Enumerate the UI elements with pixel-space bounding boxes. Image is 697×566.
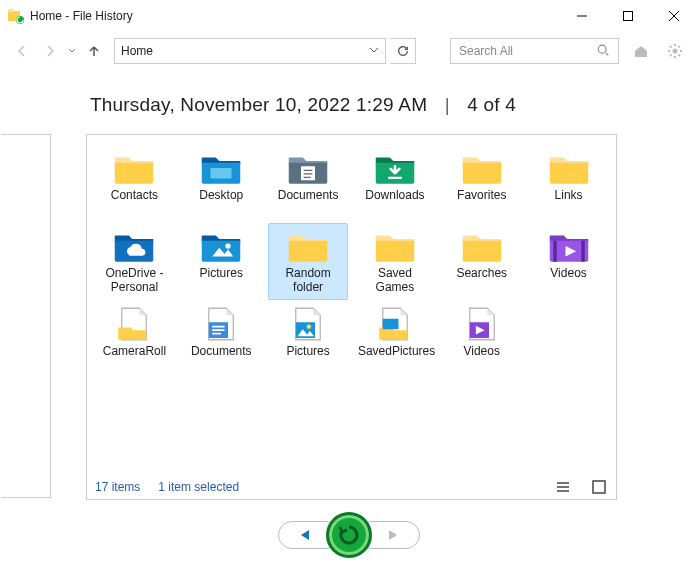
file-label: Saved Games (358, 267, 432, 295)
file-label: Documents (271, 189, 345, 203)
file-item[interactable]: Searches (442, 223, 522, 286)
file-label: Documents (184, 345, 258, 359)
file-item[interactable]: Random folder (268, 223, 348, 300)
status-bar: 17 items 1 item selected (87, 473, 616, 499)
file-item[interactable]: Documents (181, 301, 261, 364)
separator: | (445, 94, 450, 115)
file-label: Contacts (97, 189, 171, 203)
close-button[interactable] (651, 0, 697, 32)
app-icon (8, 8, 24, 24)
folder-yellow-icon (374, 228, 416, 264)
address-bar[interactable]: Home (114, 38, 386, 64)
folder-onedrive-icon (113, 228, 155, 264)
home-button[interactable] (629, 39, 653, 63)
file-item[interactable]: Pictures (268, 301, 348, 364)
lib-saved-icon (374, 306, 416, 342)
file-grid[interactable]: ContactsDesktopDocumentsDownloadsFavorit… (87, 135, 616, 473)
file-label: Desktop (184, 189, 258, 203)
file-item[interactable]: SavedPictures (355, 301, 435, 364)
file-item[interactable]: Favorites (442, 145, 522, 208)
folder-pictures-icon (200, 228, 242, 264)
svg-rect-20 (624, 12, 633, 21)
previous-snapshot-peek[interactable] (1, 134, 51, 498)
refresh-button[interactable] (390, 38, 416, 64)
search-placeholder: Search All (459, 44, 513, 58)
folder-yellow-icon (548, 150, 590, 186)
folder-desktop-icon (200, 150, 242, 186)
file-item[interactable]: Links (529, 145, 609, 208)
lib-videos-icon (461, 306, 503, 342)
item-count: 17 items (95, 480, 140, 494)
folder-videos-icon (548, 228, 590, 264)
details-view-button[interactable] (554, 478, 572, 496)
gear-icon[interactable] (663, 39, 687, 63)
file-label: Favorites (445, 189, 519, 203)
breadcrumb-text: Home (121, 44, 153, 58)
folder-yellow-icon (461, 150, 503, 186)
file-label: Pictures (271, 345, 345, 359)
maximize-button[interactable] (605, 0, 651, 32)
folder-yellow-icon (461, 228, 503, 264)
window-title: Home - File History (30, 9, 559, 23)
file-label: Videos (532, 267, 606, 281)
snapshot-header: Thursday, November 10, 2022 1:29 AM | 4 … (0, 70, 697, 126)
back-button[interactable] (10, 39, 34, 63)
minimize-button[interactable] (559, 0, 605, 32)
selection-count: 1 item selected (158, 480, 239, 494)
chevron-down-icon[interactable] (369, 44, 379, 58)
file-label: Pictures (184, 267, 258, 281)
forward-button[interactable] (38, 39, 62, 63)
recent-button[interactable] (66, 39, 78, 63)
file-label: CameraRoll (97, 345, 171, 359)
file-item[interactable]: Documents (268, 145, 348, 208)
lib-pictures-icon (287, 306, 329, 342)
file-item[interactable]: OneDrive - Personal (94, 223, 174, 300)
file-label: OneDrive - Personal (97, 267, 171, 295)
file-label: Random folder (271, 267, 345, 295)
toolbar: Home Search All (0, 32, 697, 70)
file-item[interactable]: Desktop (181, 145, 261, 208)
file-label: SavedPictures (358, 345, 432, 359)
titlebar: Home - File History (0, 0, 697, 32)
playback-controls (0, 512, 697, 558)
svg-rect-18 (8, 9, 14, 12)
up-button[interactable] (82, 39, 106, 63)
search-icon (596, 43, 610, 60)
folder-documents-icon (287, 150, 329, 186)
svg-point-22 (673, 49, 678, 54)
file-item[interactable]: Downloads (355, 145, 435, 208)
file-item[interactable]: Videos (529, 223, 609, 286)
search-input[interactable]: Search All (450, 38, 619, 64)
folder-downloads-icon (374, 150, 416, 186)
file-item[interactable]: Videos (442, 301, 522, 364)
file-item[interactable]: Contacts (94, 145, 174, 208)
snapshot-datetime: Thursday, November 10, 2022 1:29 AM (90, 94, 427, 115)
folder-yellow-icon (287, 228, 329, 264)
file-item[interactable]: Pictures (181, 223, 261, 286)
file-item[interactable]: CameraRoll (94, 301, 174, 364)
file-pane: ContactsDesktopDocumentsDownloadsFavorit… (86, 134, 617, 500)
lib-documents-icon (200, 306, 242, 342)
folder-yellow-icon (113, 150, 155, 186)
lib-camera-icon (113, 306, 155, 342)
svg-point-21 (598, 45, 606, 53)
snapshot-position: 4 of 4 (467, 94, 516, 115)
file-label: Searches (445, 267, 519, 281)
file-item[interactable]: Saved Games (355, 223, 435, 300)
file-label: Downloads (358, 189, 432, 203)
icons-view-button[interactable] (590, 478, 608, 496)
svg-rect-23 (593, 481, 605, 493)
restore-button[interactable] (326, 512, 372, 558)
file-label: Links (532, 189, 606, 203)
file-label: Videos (445, 345, 519, 359)
